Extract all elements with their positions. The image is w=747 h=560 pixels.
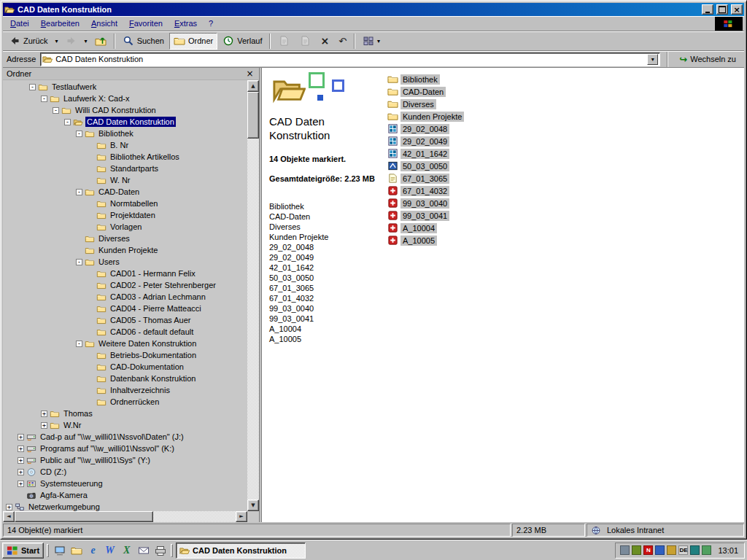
- address-input[interactable]: CAD Daten Konstruktion ▾: [40, 52, 660, 66]
- display-icon[interactable]: [655, 545, 665, 555]
- file-item[interactable]: A_10004: [387, 222, 464, 234]
- address-dropdown-button[interactable]: ▾: [647, 54, 658, 65]
- language-indicator[interactable]: DE: [678, 545, 688, 555]
- tree-item[interactable]: CAD-Dokumentation: [3, 361, 247, 373]
- history-button[interactable]: Verlauf: [218, 33, 266, 50]
- tree-expander[interactable]: +: [18, 434, 24, 440]
- internet-explorer-icon[interactable]: e: [85, 542, 101, 558]
- antivirus-icon[interactable]: N: [643, 545, 653, 555]
- tree-item[interactable]: Standartparts: [3, 163, 247, 174]
- move-to-button[interactable]: [274, 33, 294, 50]
- tree-item[interactable]: - Users: [3, 256, 247, 268]
- file-item[interactable]: 67_01_3065: [387, 172, 464, 184]
- tree-horizontal-scrollbar[interactable]: ◄ ►: [3, 511, 247, 522]
- tree-item[interactable]: - CAD Daten Konstruktion: [3, 116, 247, 128]
- tree-expander[interactable]: -: [41, 96, 47, 102]
- tree-item[interactable]: Datenbank Konstruktion: [3, 373, 247, 384]
- mail-icon[interactable]: [136, 542, 151, 558]
- tree-item[interactable]: - Weitere Daten Konstruktion: [3, 338, 247, 349]
- file-item[interactable]: 29_02_0048: [387, 122, 464, 135]
- tree-expander[interactable]: -: [76, 259, 82, 265]
- back-button[interactable]: Zurück: [4, 33, 53, 50]
- tree-expander[interactable]: +: [18, 469, 24, 475]
- go-button[interactable]: ↪ Wechseln zu: [675, 52, 740, 67]
- file-item[interactable]: 99_03_0041: [387, 209, 464, 222]
- fax-icon[interactable]: [620, 545, 630, 555]
- task-button[interactable]: CAD Daten Konstruktion: [176, 542, 306, 559]
- tree-expander[interactable]: +: [18, 446, 24, 452]
- scroll-down-button[interactable]: ▼: [247, 499, 259, 511]
- file-item[interactable]: Diverses: [387, 98, 464, 110]
- excel-icon[interactable]: X: [119, 542, 134, 558]
- folders-pane-close-icon[interactable]: ×: [244, 69, 255, 79]
- file-item[interactable]: 67_01_4032: [387, 184, 464, 197]
- tree-item[interactable]: Ordnerrücken: [3, 396, 247, 408]
- file-item[interactable]: A_10005: [387, 234, 464, 246]
- tree-expander[interactable]: -: [76, 341, 82, 347]
- tree-item[interactable]: - Testlaufwerk: [3, 81, 247, 93]
- taskbar-grip[interactable]: [47, 544, 49, 557]
- tree-item[interactable]: + CD (Z:): [3, 466, 247, 478]
- tree-item[interactable]: + Cad-p auf "\\w_willi01\Nssvol\Daten" (…: [3, 431, 247, 443]
- copy-to-button[interactable]: [295, 33, 315, 50]
- tree-expander[interactable]: -: [53, 107, 59, 114]
- file-item[interactable]: Bibliothek: [387, 73, 464, 85]
- tree-expander[interactable]: +: [41, 422, 47, 429]
- file-item[interactable]: 99_03_0040: [387, 197, 464, 209]
- search-button[interactable]: Suchen: [118, 33, 169, 50]
- file-item[interactable]: 50_03_0050: [387, 160, 464, 172]
- tree-item[interactable]: CAD02 - Peter Stehrenberger: [3, 279, 247, 291]
- menu-help[interactable]: ?: [203, 18, 219, 29]
- tree-item[interactable]: + Systemsteuerung: [3, 478, 247, 489]
- scrollbar-thumb[interactable]: [247, 92, 259, 139]
- tree-expander[interactable]: -: [76, 131, 82, 137]
- maximize-button[interactable]: [716, 4, 728, 15]
- tree-item[interactable]: - Bibliothek: [3, 128, 247, 139]
- tree-item[interactable]: CAD06 - default default: [3, 326, 247, 338]
- taskbar-clock[interactable]: 13:01: [718, 546, 738, 555]
- tree-item[interactable]: CAD05 - Thomas Auer: [3, 314, 247, 326]
- tree-item[interactable]: - CAD-Daten: [3, 186, 247, 198]
- menu-datei[interactable]: Datei: [4, 18, 35, 29]
- menu-bearbeiten[interactable]: Bearbeiten: [35, 18, 85, 29]
- volume-icon[interactable]: [632, 545, 641, 555]
- tree-item[interactable]: Normtabellen: [3, 198, 247, 209]
- network-status-icon[interactable]: [702, 545, 711, 555]
- tree-item[interactable]: CAD01 - Hermann Felix: [3, 268, 247, 279]
- tree-item[interactable]: - Laufwerk X: Cad-x: [3, 93, 247, 104]
- tree-expander[interactable]: +: [41, 411, 47, 417]
- tree-item[interactable]: Kunden Projekte: [3, 244, 247, 256]
- menu-favoriten[interactable]: Favoriten: [123, 18, 169, 29]
- tree-expander[interactable]: -: [29, 84, 36, 90]
- tree-item[interactable]: + Programs auf "\\w_willi01\Nssvol" (K:): [3, 443, 247, 454]
- tree-expander[interactable]: -: [76, 189, 82, 195]
- tree-item[interactable]: Vorlagen: [3, 221, 247, 233]
- explorer-folder-icon[interactable]: [69, 542, 84, 558]
- menu-extras[interactable]: Extras: [169, 18, 203, 29]
- graphics-icon[interactable]: [690, 545, 700, 555]
- tree-item[interactable]: Projektdaten: [3, 209, 247, 221]
- scrollbar-track[interactable]: [15, 511, 236, 522]
- tree-item[interactable]: + Netzwerkumgebung: [3, 501, 247, 511]
- taskbar-grip[interactable]: [171, 544, 173, 557]
- back-dropdown[interactable]: ▾: [53, 33, 61, 50]
- tree-expander[interactable]: +: [18, 457, 24, 464]
- file-item[interactable]: CAD-Daten: [387, 85, 464, 98]
- menu-ansicht[interactable]: Ansicht: [85, 18, 123, 29]
- delete-button[interactable]: ×: [316, 33, 333, 50]
- tree-item[interactable]: Diverses: [3, 233, 247, 244]
- tree-item[interactable]: Betriebs-Dokumentation: [3, 349, 247, 361]
- show-desktop-icon[interactable]: [52, 542, 67, 558]
- tree-item[interactable]: Inhaltverzeichnis: [3, 384, 247, 396]
- folders-button[interactable]: Ordner: [169, 33, 217, 50]
- forward-button[interactable]: [61, 33, 82, 50]
- tree-item[interactable]: B. Nr: [3, 139, 247, 151]
- tree-item[interactable]: - Willi CAD Konstruktion: [3, 104, 247, 116]
- scroll-up-button[interactable]: ▲: [247, 80, 259, 92]
- tree-item[interactable]: + Thomas: [3, 408, 247, 419]
- tree-item[interactable]: CAD04 - Pierre Matteacci: [3, 303, 247, 314]
- minimize-button[interactable]: [702, 4, 713, 15]
- tree-item[interactable]: CAD03 - Adrian Lechmann: [3, 291, 247, 303]
- close-button[interactable]: ×: [731, 4, 743, 15]
- file-item[interactable]: 29_02_0049: [387, 135, 464, 147]
